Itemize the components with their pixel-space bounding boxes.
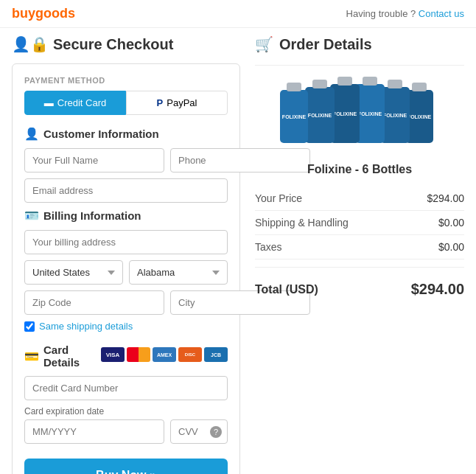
billing-info-heading: 🪪 Billing Information bbox=[24, 209, 228, 223]
payment-tabs: ▬ Credit Card P PayPal bbox=[24, 91, 228, 115]
person-lock-icon: 👤🔒 bbox=[12, 35, 49, 53]
expiry-input[interactable] bbox=[24, 419, 164, 444]
billing-info-title: Billing Information bbox=[43, 209, 141, 222]
product-name: Folixine - 6 Bottles bbox=[255, 163, 464, 176]
expiry-label: Card expiration date bbox=[24, 406, 228, 417]
email-row bbox=[24, 178, 228, 203]
checkout-title-text: Secure Checkout bbox=[53, 36, 173, 53]
jcb-icon: JCB bbox=[204, 347, 228, 362]
person-icon: 👤 bbox=[24, 127, 39, 141]
cart-icon: 🛒 bbox=[255, 35, 273, 53]
visa-icon: VISA bbox=[101, 347, 125, 362]
same-shipping-label: Same shipping details bbox=[39, 321, 133, 332]
address-row bbox=[24, 230, 228, 254]
customer-info-heading: 👤 Customer Information bbox=[24, 127, 228, 141]
svg-rect-1 bbox=[412, 83, 427, 91]
taxes-value: $0.00 bbox=[438, 241, 464, 253]
shipping-value: $0.00 bbox=[438, 217, 464, 229]
header-right: Having trouble ? Contact us bbox=[346, 8, 464, 19]
svg-text:FOLIXINE: FOLIXINE bbox=[407, 114, 432, 119]
title-divider bbox=[255, 65, 464, 66]
same-shipping-checkbox[interactable] bbox=[24, 321, 35, 332]
total-label: Total (USD) bbox=[255, 283, 318, 296]
svg-text:FOLIXINE: FOLIXINE bbox=[282, 114, 307, 119]
shipping-label: Shipping & Handling bbox=[255, 217, 349, 229]
main-content: 👤🔒 Secure Checkout PAYMENT METHOD ▬ Cred… bbox=[0, 28, 476, 474]
order-row-taxes: Taxes $0.00 bbox=[255, 235, 464, 259]
country-select-wrap: United States bbox=[24, 260, 123, 285]
product-image: FOLIXINE FOLIXINE FOLIXINE FOLIXINE bbox=[271, 73, 448, 154]
left-panel: 👤🔒 Secure Checkout PAYMENT METHOD ▬ Cred… bbox=[12, 35, 240, 474]
card-details-header: 💳 Card Details VISA AMEX DISC JCB bbox=[24, 341, 228, 369]
zip-input[interactable] bbox=[24, 290, 164, 315]
paypal-icon: P bbox=[157, 97, 164, 108]
customer-info-title: Customer Information bbox=[43, 128, 159, 140]
svg-text:FOLIXINE: FOLIXINE bbox=[308, 113, 332, 118]
order-title-text: Order Details bbox=[279, 36, 372, 53]
order-row-price: Your Price $294.00 bbox=[255, 187, 464, 211]
svg-rect-10 bbox=[337, 77, 352, 86]
checkout-box: PAYMENT METHOD ▬ Credit Card P PayPal 👤 … bbox=[12, 63, 240, 474]
svg-text:FOLIXINE: FOLIXINE bbox=[358, 111, 382, 116]
svg-rect-13 bbox=[312, 80, 327, 88]
state-select[interactable]: Alabama bbox=[129, 260, 228, 285]
logo: buygoods bbox=[12, 6, 75, 21]
taxes-label: Taxes bbox=[255, 241, 282, 253]
same-shipping-row: Same shipping details bbox=[24, 321, 228, 332]
zip-city-row bbox=[24, 290, 228, 315]
card-details-title: Card Details bbox=[43, 344, 101, 369]
country-select[interactable]: United States bbox=[24, 260, 123, 285]
header: buygoods Having trouble ? Contact us bbox=[0, 0, 476, 28]
expiry-cvv-row: ? bbox=[24, 419, 228, 444]
price-value: $294.00 bbox=[427, 192, 464, 204]
discover-icon: DISC bbox=[178, 347, 202, 362]
svg-rect-4 bbox=[388, 80, 402, 88]
cvv-wrap: ? bbox=[170, 419, 228, 444]
order-row-total: Total (USD) $294.00 bbox=[255, 275, 464, 304]
order-row-shipping: Shipping & Handling $0.00 bbox=[255, 211, 464, 235]
mastercard-icon bbox=[127, 347, 150, 362]
logo-text: buygoods bbox=[12, 6, 75, 21]
card-icons-row: VISA AMEX DISC JCB bbox=[101, 347, 228, 362]
right-panel: 🛒 Order Details FOLIXINE FOLIXINE bbox=[255, 35, 464, 474]
credit-card-tab[interactable]: ▬ Credit Card bbox=[24, 91, 126, 115]
credit-card-icon: ▬ bbox=[44, 97, 54, 108]
credit-card-tab-label: Credit Card bbox=[57, 97, 106, 108]
price-label: Your Price bbox=[255, 192, 302, 204]
amex-icon: AMEX bbox=[153, 347, 176, 362]
card-number-row bbox=[24, 376, 228, 400]
card-details-heading: 💳 Card Details bbox=[24, 344, 101, 369]
svg-text:FOLIXINE: FOLIXINE bbox=[333, 111, 357, 116]
payment-method-label: PAYMENT METHOD bbox=[24, 76, 228, 85]
checkout-title: 👤🔒 Secure Checkout bbox=[12, 35, 240, 53]
order-title: 🛒 Order Details bbox=[255, 35, 464, 53]
card-icon: 💳 bbox=[24, 349, 39, 363]
paypal-tab[interactable]: P PayPal bbox=[126, 91, 228, 115]
cvv-help-icon[interactable]: ? bbox=[210, 426, 222, 438]
state-select-wrap: Alabama bbox=[129, 260, 228, 285]
buy-now-button[interactable]: Buy Now » bbox=[24, 459, 228, 474]
contact-link[interactable]: Contact us bbox=[419, 8, 464, 19]
svg-text:FOLIXINE: FOLIXINE bbox=[383, 113, 407, 118]
full-name-input[interactable] bbox=[24, 148, 164, 172]
paypal-tab-label: PayPal bbox=[167, 97, 197, 108]
email-input[interactable] bbox=[24, 178, 228, 203]
total-divider bbox=[255, 267, 464, 268]
billing-address-input[interactable] bbox=[24, 230, 228, 254]
svg-rect-7 bbox=[363, 77, 377, 86]
total-value: $294.00 bbox=[411, 281, 464, 298]
billing-icon: 🪪 bbox=[24, 209, 39, 223]
product-image-wrap: FOLIXINE FOLIXINE FOLIXINE FOLIXINE bbox=[255, 73, 464, 154]
trouble-text: Having trouble ? bbox=[346, 8, 416, 19]
country-state-row: United States Alabama bbox=[24, 260, 228, 285]
svg-rect-16 bbox=[287, 83, 301, 91]
card-number-input[interactable] bbox=[24, 376, 228, 400]
name-phone-row bbox=[24, 148, 228, 172]
